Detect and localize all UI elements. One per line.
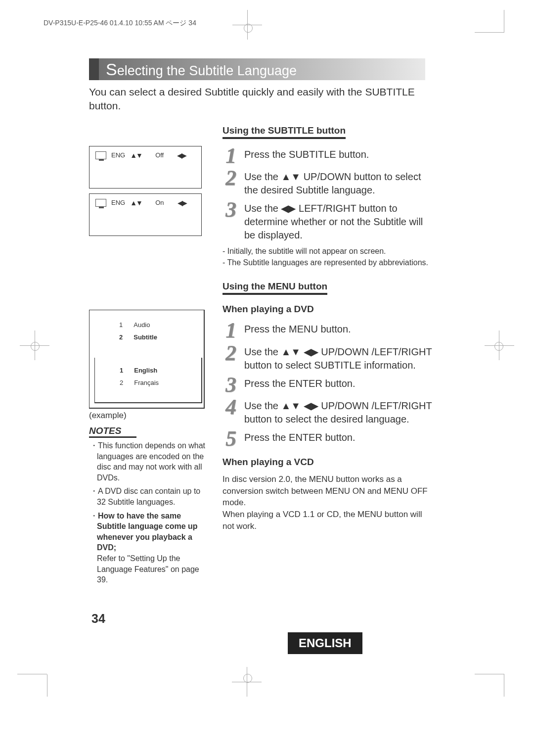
osd-box-off: ENG ▲▼ Off ◀▶ (89, 146, 202, 189)
step-number: 3 (222, 200, 239, 242)
crop-mark (475, 32, 504, 33)
sub-heading-dvd: When playing a DVD (222, 304, 435, 315)
step-3: 3 Use the ◀▶ LEFT/RIGHT button to determ… (222, 200, 435, 242)
step-3: 3 Press the ENTER button. (222, 375, 435, 395)
page-title-bar: Selecting the Subtitle Language (89, 58, 425, 80)
crop-mark (47, 674, 47, 697)
step-number: 1 (222, 146, 239, 166)
step-1: 1 Press the SUBTITLE button. (222, 146, 435, 166)
notes-item: A DVD disc can contain up to 32 Subtitle… (97, 486, 210, 507)
intro-text: You can select a desired Subtitle quickl… (89, 85, 435, 113)
osd-box-on: ENG ▲▼ On ◀▶ (89, 193, 202, 236)
step-text: Use the ▲▼ ◀▶ UP/DOWN /LEFT/RIGHT button… (244, 397, 435, 426)
step-footnotes: - Initially, the subtitle will not appea… (222, 246, 435, 268)
notes-heading: NOTES (89, 425, 129, 436)
section-heading-menu-button: Using the MENU button (222, 281, 327, 295)
step-number: 3 (222, 375, 239, 395)
step-text: Press the SUBTITLE button. (244, 146, 369, 166)
left-right-arrows-icon: ◀▶ (178, 199, 186, 207)
language-tab: ENGLISH (288, 632, 362, 654)
crop-mark (504, 674, 504, 697)
page-content: Selecting the Subtitle Language You can … (89, 58, 435, 601)
crop-mark (35, 331, 35, 360)
step-1: 1 Press the MENU button. (222, 321, 435, 340)
osd-lang: ENG (111, 151, 125, 159)
menu-example-box: 1Audio 2Subtitle 1English 2Français (89, 310, 205, 409)
tv-icon (95, 199, 106, 207)
step-5: 5 Press the ENTER button. (222, 429, 435, 449)
step-number: 5 (222, 429, 239, 449)
up-down-arrows-icon: ▲▼ (130, 151, 142, 159)
crop-mark (232, 682, 262, 682)
step-text: Use the ▲▼ UP/DOWN button to select the … (244, 168, 435, 197)
tv-icon (95, 151, 106, 159)
crop-mark (504, 10, 504, 32)
page-title: Selecting the Subtitle Language (106, 60, 297, 79)
step-2: 2 Use the ▲▼ UP/DOWN button to select th… (222, 168, 435, 197)
crop-mark (232, 25, 262, 25)
step-text: Press the ENTER button. (244, 429, 356, 449)
vcd-note: In disc version 2.0, the MENU button wor… (222, 473, 435, 532)
crop-mark (17, 674, 47, 674)
crop-mark (499, 331, 499, 360)
step-number: 2 (222, 343, 239, 372)
crop-mark (475, 674, 504, 674)
step-text: Press the ENTER button. (244, 375, 356, 395)
up-down-arrows-icon: ▲▼ (130, 199, 142, 207)
step-text: Use the ▲▼ ◀▶ UP/DOWN /LEFT/RIGHT button… (244, 343, 435, 372)
step-4: 4 Use the ▲▼ ◀▶ UP/DOWN /LEFT/RIGHT butt… (222, 397, 435, 426)
osd-state: On (155, 199, 164, 206)
step-text: Press the MENU button. (244, 321, 351, 340)
step-number: 4 (222, 397, 239, 426)
print-header: DV-P315U-E-P25-46 01.4.10 10:55 AM ページ 3… (44, 19, 196, 28)
step-number: 1 (222, 321, 239, 340)
step-text: Use the ◀▶ LEFT/RIGHT button to determin… (244, 200, 435, 242)
crop-mark (485, 345, 514, 346)
notes-list: This function depends on what languages … (89, 440, 210, 585)
example-label: (example) (89, 411, 210, 421)
title-marker (89, 58, 99, 80)
osd-lang: ENG (111, 199, 125, 206)
step-2: 2 Use the ▲▼ ◀▶ UP/DOWN /LEFT/RIGHT butt… (222, 343, 435, 372)
step-number: 2 (222, 168, 239, 197)
page-number: 34 (91, 612, 105, 626)
section-heading-subtitle-button: Using the SUBTITLE button (222, 125, 346, 139)
notes-item: This function depends on what languages … (97, 440, 210, 483)
notes-item: How to have the same Subtitle language c… (97, 511, 210, 585)
sub-heading-vcd: When playing a VCD (222, 457, 435, 468)
left-right-arrows-icon: ◀▶ (177, 151, 186, 159)
osd-state: Off (155, 151, 164, 159)
